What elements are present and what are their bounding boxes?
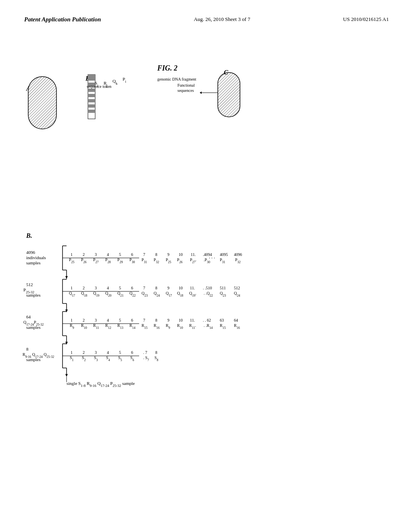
svg-text:S6: S6 <box>130 355 134 362</box>
svg-text:Q19: Q19 <box>93 291 99 297</box>
svg-text:8: 8 <box>155 318 157 322</box>
svg-text:Q18: Q18 <box>81 291 87 297</box>
svg-text:P28: P28 <box>105 258 111 264</box>
svg-text:samples: samples <box>26 293 40 297</box>
svg-text:8: 8 <box>155 286 157 290</box>
svg-text:. 7: . 7 <box>143 350 147 355</box>
svg-text:4096: 4096 <box>26 250 35 255</box>
svg-rect-9 <box>88 75 95 81</box>
svg-text:R10: R10 <box>81 323 87 330</box>
svg-text:individuals: individuals <box>26 255 46 260</box>
svg-text:Q17: Q17 <box>69 291 75 297</box>
svg-text:5: 5 <box>119 350 121 355</box>
svg-text:4: 4 <box>107 350 109 355</box>
svg-text:6: 6 <box>131 252 133 257</box>
svg-text:10: 10 <box>179 252 183 257</box>
svg-text:3: 3 <box>95 252 97 257</box>
svg-text:5: 5 <box>119 286 121 290</box>
svg-text:11.: 11. <box>190 318 195 322</box>
svg-text:Q18: Q18 <box>177 291 183 297</box>
svg-text:4095: 4095 <box>220 252 228 257</box>
svg-text:. .R14: . .R14 <box>204 323 213 330</box>
svg-text:R12: R12 <box>105 323 111 330</box>
svg-text:2: 2 <box>83 252 85 257</box>
svg-text:Pi: Pi <box>123 77 126 83</box>
svg-text:P30: P30 <box>129 258 135 264</box>
svg-text:P25: P25 <box>166 258 171 264</box>
svg-text:8: 8 <box>155 252 157 257</box>
svg-text:R11.: R11. <box>189 323 196 330</box>
svg-text:5: 5 <box>119 252 121 257</box>
svg-text:S3: S3 <box>94 355 98 362</box>
svg-text:P29: P29 <box>117 258 123 264</box>
svg-text:S1: S1 <box>70 355 74 362</box>
svg-rect-12 <box>88 94 95 97</box>
svg-text:8: 8 <box>155 350 157 355</box>
svg-text:R11: R11 <box>93 323 99 330</box>
svg-marker-113 <box>65 342 68 345</box>
svg-text:64: 64 <box>234 318 238 322</box>
svg-text:P26: P26 <box>177 258 183 264</box>
svg-text:. . .: . . . <box>209 254 215 260</box>
svg-text:P32: P32 <box>154 258 159 264</box>
svg-text:4: 4 <box>107 286 109 290</box>
svg-text:P26: P26 <box>81 258 87 264</box>
svg-text:sequence token: sequence token <box>87 84 111 89</box>
svg-text:8: 8 <box>26 347 29 351</box>
svg-text:Q21: Q21 <box>117 291 123 297</box>
svg-text:FIG. 2: FIG. 2 <box>157 64 177 72</box>
svg-text:511: 511 <box>220 286 226 290</box>
svg-text:R15: R15 <box>220 323 226 330</box>
svg-text:7: 7 <box>143 286 145 290</box>
svg-text:genomic DNA fragment: genomic DNA fragment <box>157 77 196 81</box>
svg-text:P31: P31 <box>220 258 225 264</box>
svg-text:B.: B. <box>26 232 32 239</box>
svg-rect-17 <box>218 73 240 117</box>
svg-text:7: 7 <box>143 252 145 257</box>
svg-text:samples: samples <box>26 357 40 362</box>
svg-text:1: 1 <box>71 252 73 257</box>
svg-text:1: 1 <box>71 350 73 355</box>
svg-text:R15: R15 <box>142 323 148 330</box>
header: Patent Application Publication Aug. 26, … <box>0 0 413 23</box>
header-center: Aug. 26, 2010 Sheet 3 of 7 <box>194 16 250 23</box>
svg-rect-13 <box>88 99 95 102</box>
svg-text:Q19.: Q19. <box>189 291 196 297</box>
svg-marker-150 <box>65 374 68 377</box>
svg-text:Q17: Q17 <box>166 291 172 297</box>
svg-text:Q24: Q24 <box>234 291 240 297</box>
svg-text:samples: samples <box>26 325 40 330</box>
svg-text:S2: S2 <box>82 355 86 362</box>
svg-text:single  S1-8   R9-16   Q17-24 : single S1-8 R9-16 Q17-24 P25-32 sample <box>67 381 135 387</box>
chromosome-B <box>88 75 95 119</box>
svg-text:R14: R14 <box>129 323 136 330</box>
svg-text:4096: 4096 <box>234 252 242 257</box>
svg-text:R13: R13 <box>117 323 123 330</box>
svg-text:P32: P32 <box>235 258 241 264</box>
main-diagram: FIG. 2 A. B C <box>20 52 391 387</box>
svg-text:7: 7 <box>143 318 145 322</box>
svg-text:. .Q22: . .Q22 <box>204 291 213 297</box>
svg-text:1: 1 <box>71 318 73 322</box>
svg-text:2: 2 <box>83 286 85 290</box>
svg-text:6: 6 <box>131 318 133 322</box>
svg-rect-11 <box>88 89 95 92</box>
svg-marker-76 <box>65 310 68 312</box>
svg-text:4: 4 <box>107 252 109 257</box>
header-left: Patent Application Publication <box>24 16 101 23</box>
svg-text:9: 9 <box>167 252 169 257</box>
svg-text:6: 6 <box>131 286 133 290</box>
svg-text:4: 4 <box>107 318 109 322</box>
svg-text:2: 2 <box>83 318 85 322</box>
svg-marker-28 <box>200 91 202 94</box>
svg-text:S8: S8 <box>154 355 159 362</box>
svg-text:1: 1 <box>71 286 73 290</box>
header-right: US 2010/0216125 A1 <box>343 16 389 23</box>
svg-text:512: 512 <box>26 282 33 287</box>
svg-text:3: 3 <box>95 318 97 322</box>
chromosome-C <box>218 73 240 117</box>
svg-text:3: 3 <box>95 286 97 290</box>
svg-text:. S7: . S7 <box>143 355 149 362</box>
svg-text:samples: samples <box>26 260 40 265</box>
svg-text:5: 5 <box>119 318 121 322</box>
